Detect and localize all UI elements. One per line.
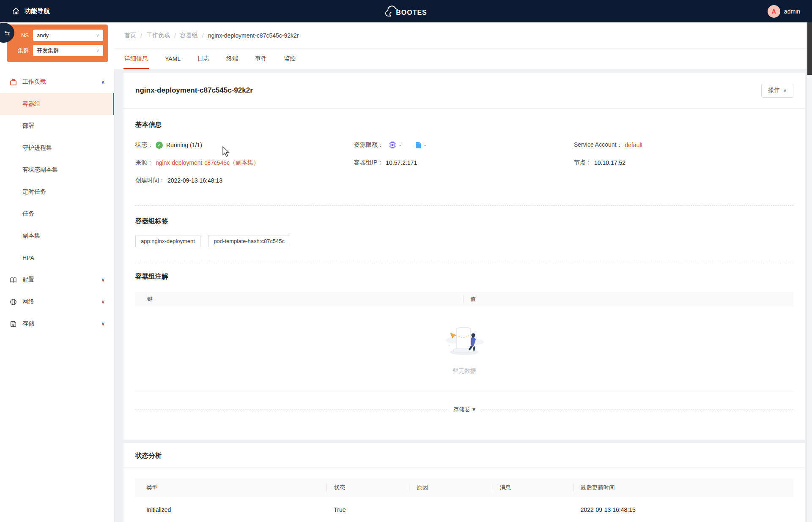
chevron-down-icon: ∨ <box>96 48 99 53</box>
cell-message <box>492 497 573 522</box>
status-check-icon: ✓ <box>156 142 163 149</box>
breadcrumb-workload[interactable]: 工作负载 <box>146 32 170 39</box>
volumes-toggle-label: 存储卷 <box>453 406 470 413</box>
check-icon: ✓ <box>157 143 161 148</box>
volumes-collapse-row: 存储卷 ▼ <box>135 406 793 413</box>
sidebar-group-config[interactable]: 配置 ∨ <box>0 269 114 291</box>
annotations-heading: 容器组注解 <box>135 272 793 281</box>
sidebar-item-statefulsets[interactable]: 有状态副本集 <box>0 159 114 181</box>
breadcrumb-separator: / <box>174 32 176 39</box>
pod-label-tag: app:nginx-deployment <box>135 235 200 247</box>
quota-field: 资源限额： <box>354 140 574 150</box>
namespace-row: NS andy ∨ <box>11 30 103 41</box>
status-field: 状态： ✓ Running (1/1) <box>135 140 354 150</box>
top-navbar: 功能导航 BOOTES A admin <box>0 0 812 22</box>
action-button[interactable]: 操作 ∨ <box>761 84 793 98</box>
annotations-table-header: 键 值 <box>135 292 793 306</box>
tab-terminal[interactable]: 终端 <box>226 49 238 69</box>
pod-detail-card: nginx-deployment-c87c545c-92k2r 操作 ∨ 基本信… <box>123 73 805 440</box>
cell-updated: 2022-09-13 16:48:15 <box>573 497 793 522</box>
tab-logs[interactable]: 日志 <box>198 49 209 69</box>
column-header-value: 值 <box>464 295 793 303</box>
storage-icon <box>9 320 17 328</box>
tab-details[interactable]: 详细信息 <box>124 49 148 69</box>
sidebar-item-label: 容器组 <box>22 100 40 108</box>
scrollbar-thumb[interactable] <box>807 22 812 75</box>
sidebar-group-label: 工作负载 <box>22 78 46 86</box>
nav-label: 功能导航 <box>25 7 50 15</box>
column-header-message: 消息 <box>492 478 573 497</box>
cluster-row: 集群 开发集群 ∨ <box>11 45 103 56</box>
empty-state-illustration <box>442 324 486 361</box>
node-label: 节点： <box>574 159 592 167</box>
sidebar-item-label: 守护进程集 <box>22 144 52 152</box>
cpu-icon <box>389 141 396 149</box>
sidebar: ⇆ NS andy ∨ 集群 开发集群 ∨ <box>0 22 114 522</box>
basic-info-heading: 基本信息 <box>135 120 793 129</box>
page-title: nginx-deployment-c87c545c-92k2r <box>135 86 253 95</box>
tab-monitoring[interactable]: 监控 <box>284 49 296 69</box>
sidebar-item-label: 定时任务 <box>22 188 46 196</box>
card-header: nginx-deployment-c87c545c-92k2r 操作 ∨ <box>123 73 805 109</box>
breadcrumb-separator: / <box>140 32 142 39</box>
sidebar-group-label: 网络 <box>22 298 34 306</box>
pod-ip-field: 容器组IP： 10.57.2.171 <box>354 158 574 167</box>
tab-events[interactable]: 事件 <box>255 49 267 69</box>
sidebar-group-network[interactable]: 网络 ∨ <box>0 291 114 313</box>
chevron-down-icon: ∨ <box>96 33 99 38</box>
status-analysis-table: 类型 状态 原因 消息 最后更新时间 Initialized True 2022… <box>135 478 793 522</box>
created-label: 创建时间： <box>135 177 165 184</box>
quota-label: 资源限额： <box>354 141 384 149</box>
chevron-down-icon: ∨ <box>101 299 105 305</box>
sidebar-item-daemonsets[interactable]: 守护进程集 <box>0 137 114 159</box>
node-field: 节点： 10.10.17.52 <box>574 158 793 167</box>
volumes-toggle[interactable]: 存储卷 ▼ <box>453 406 475 413</box>
column-header-status: 状态 <box>326 478 409 497</box>
status-analysis-table-header: 类型 状态 原因 消息 最后更新时间 <box>135 478 793 497</box>
cell-type: Initialized <box>135 497 326 522</box>
sidebar-item-hpa[interactable]: HPA <box>0 247 114 269</box>
source-link[interactable]: nginx-deployment-c87c545c <box>156 159 230 166</box>
sidebar-item-deployments[interactable]: 部署 <box>0 115 114 137</box>
pod-ip-label: 容器组IP： <box>354 159 383 167</box>
tab-yaml[interactable]: YAML <box>165 49 181 69</box>
sidebar-item-label: 副本集 <box>22 232 40 240</box>
divider-line <box>481 410 793 410</box>
breadcrumb-separator: / <box>202 32 204 39</box>
pod-labels-row: app:nginx-deployment pod-template-hash:c… <box>135 235 793 247</box>
memory-icon <box>415 142 421 149</box>
empty-state: 暂无数据 <box>135 306 793 391</box>
sidebar-item-jobs[interactable]: 任务 <box>0 203 114 225</box>
sidebar-item-replicasets[interactable]: 副本集 <box>0 225 114 247</box>
sidebar-item-cronjobs[interactable]: 定时任务 <box>0 181 114 203</box>
section-divider <box>135 261 793 261</box>
pod-label-tag: pod-template-hash:c87c545c <box>208 235 290 247</box>
logo-text: BOOTES <box>396 9 427 16</box>
avatar-initial: A <box>772 8 776 15</box>
divider-line <box>135 410 447 410</box>
workload-icon <box>9 78 17 86</box>
column-header-type: 类型 <box>135 478 326 497</box>
service-account-link[interactable]: default <box>625 142 642 148</box>
namespace-select[interactable]: andy ∨ <box>33 30 103 41</box>
card-body: 基本信息 状态： ✓ Running (1/1) 来源： <box>123 120 805 440</box>
sidebar-group-workload[interactable]: 工作负载 ∧ <box>0 71 114 93</box>
cell-reason <box>409 497 492 522</box>
source-label: 来源： <box>135 159 153 167</box>
sidebar-group-storage[interactable]: 存储 ∨ <box>0 313 114 335</box>
created-field: 创建时间： 2022-09-13 16:48:13 <box>135 176 354 185</box>
scrollbar-track[interactable] <box>807 22 812 522</box>
cluster-label: 集群 <box>11 47 29 55</box>
sidebar-item-label: 有状态副本集 <box>22 166 58 174</box>
nav-menu-trigger[interactable]: 功能导航 <box>12 7 50 15</box>
namespace-cluster-panel: NS andy ∨ 集群 开发集群 ∨ <box>7 25 108 62</box>
cluster-select[interactable]: 开发集群 ∨ <box>33 45 103 56</box>
basic-info-grid: 状态： ✓ Running (1/1) 来源： nginx-deployment… <box>135 140 793 185</box>
sidebar-item-pods[interactable]: 容器组 <box>0 93 114 115</box>
logo: BOOTES <box>385 4 427 19</box>
user-menu[interactable]: A admin <box>768 5 800 18</box>
breadcrumb-home[interactable]: 首页 <box>124 32 136 39</box>
breadcrumb-pods[interactable]: 容器组 <box>180 32 198 39</box>
avatar: A <box>768 5 780 18</box>
node-value: 10.10.17.52 <box>594 159 625 166</box>
